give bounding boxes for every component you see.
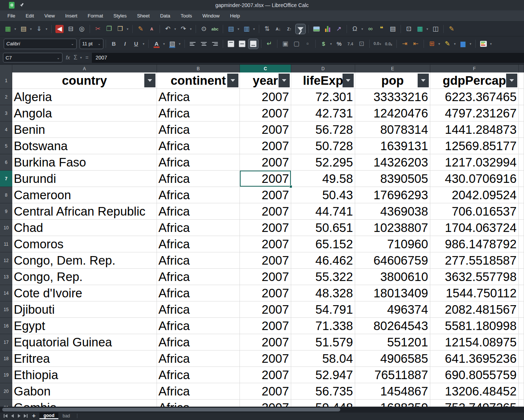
menu-styles[interactable]: Styles — [108, 12, 132, 20]
equals-icon[interactable]: = — [86, 55, 89, 61]
cell-E12[interactable]: 64606759 — [355, 252, 430, 269]
underline-dropdown[interactable]: ▾ — [142, 39, 145, 49]
split-window-icon[interactable]: ◫ — [431, 24, 440, 34]
cell-A13[interactable]: Congo, Rep. — [12, 269, 157, 285]
pivot-table-icon[interactable]: ↗ — [334, 24, 344, 34]
redo-icon[interactable]: ↷ — [179, 24, 188, 34]
sort-icon[interactable]: ⇅ — [262, 24, 272, 34]
cell-A11[interactable]: Comoros — [12, 236, 157, 252]
currency-icon[interactable]: $ — [319, 39, 328, 49]
cell-D20[interactable]: 56.735 — [291, 383, 355, 400]
cell-E9[interactable]: 4369038 — [355, 203, 430, 220]
cell-D16[interactable]: 71.338 — [291, 318, 355, 334]
cell-C10[interactable]: 2007 — [240, 220, 291, 236]
special-character-dropdown[interactable]: ▾ — [360, 24, 364, 34]
cell-D4[interactable]: 56.728 — [291, 122, 355, 138]
row-header-9[interactable]: 9 — [0, 203, 12, 220]
cell-F3[interactable]: 4797.231267 — [430, 105, 519, 122]
cell-F6[interactable]: 1217.032994 — [430, 154, 519, 171]
open-icon[interactable]: ▤ — [19, 24, 28, 34]
row-header-14[interactable]: 14 — [0, 285, 12, 301]
border-color-dropdown[interactable]: ▾ — [469, 39, 472, 49]
paste-dropdown[interactable]: ▾ — [126, 24, 129, 34]
add-sheet-button[interactable]: + — [32, 413, 36, 419]
highlight-color-dropdown[interactable]: ▾ — [178, 39, 181, 49]
cell-E11[interactable]: 710960 — [355, 236, 430, 252]
merge-cells-icon[interactable]: ▢ — [292, 39, 301, 49]
cell-C9[interactable]: 2007 — [240, 203, 291, 220]
cell-D10[interactable]: 50.651 — [291, 220, 355, 236]
cell-A2[interactable]: Algeria — [12, 89, 157, 105]
align-right-icon[interactable] — [210, 39, 220, 49]
merge-and-center-icon[interactable]: ▣ — [280, 39, 290, 49]
freeze-rows-columns-dropdown[interactable]: ▾ — [425, 24, 429, 34]
headers-footers-icon[interactable]: ▤ — [388, 24, 398, 34]
paste-icon[interactable]: ❒ — [115, 24, 125, 34]
undo-dropdown[interactable]: ▾ — [173, 24, 177, 34]
clone-formatting-icon[interactable]: ✎ — [136, 24, 145, 34]
row-header-21[interactable]: 21 — [0, 400, 12, 407]
cell-B2[interactable]: Africa — [157, 89, 240, 105]
cell-F10[interactable]: 1704.063724 — [430, 220, 519, 236]
currency-dropdown[interactable]: ▾ — [329, 39, 333, 49]
border-style-icon[interactable]: ✎ — [443, 39, 452, 49]
borders-icon[interactable]: ⊞ — [427, 39, 437, 49]
cell-E21[interactable]: 1688359 — [355, 400, 430, 407]
menu-edit[interactable]: Edit — [20, 12, 39, 20]
cell-C17[interactable]: 2007 — [240, 334, 291, 350]
decrease-indent-icon[interactable]: ⇤ — [411, 39, 421, 49]
center-vertically-icon[interactable] — [237, 39, 247, 49]
menu-file[interactable]: File — [2, 12, 20, 20]
cell-B18[interactable]: Africa — [157, 350, 240, 367]
cell-B9[interactable]: Africa — [157, 203, 240, 220]
sort-descending-icon[interactable]: Z↑ — [284, 24, 294, 34]
cell-B6[interactable]: Africa — [157, 154, 240, 171]
cell-A20[interactable]: Gabon — [12, 383, 157, 400]
italic-icon[interactable]: I — [120, 39, 130, 49]
cell-B10[interactable]: Africa — [157, 220, 240, 236]
cell-A14[interactable]: Cote d'Ivoire — [12, 285, 157, 301]
cell-B3[interactable]: Africa — [157, 105, 240, 122]
row-header-11[interactable]: 11 — [0, 236, 12, 252]
row-header-17[interactable]: 17 — [0, 334, 12, 350]
cell-D6[interactable]: 52.295 — [291, 154, 355, 171]
horizontal-scrollbar[interactable] — [0, 407, 524, 413]
cell-F12[interactable]: 277.5518587 — [430, 252, 519, 269]
column-dropdown[interactable]: ▾ — [252, 24, 256, 34]
redo-dropdown[interactable]: ▾ — [189, 24, 193, 34]
first-sheet-button[interactable] — [3, 413, 8, 419]
col-header-F[interactable]: F — [430, 65, 519, 72]
conditional-formatting-dropdown[interactable]: ▾ — [489, 39, 493, 49]
font-color-icon[interactable]: A — [152, 39, 161, 49]
font-size-select[interactable]: 11 pt ⌄ — [80, 39, 103, 49]
cell-F2[interactable]: 6223.367465 — [430, 89, 519, 105]
cell-D19[interactable]: 52.947 — [291, 367, 355, 383]
row-header-19[interactable]: 19 — [0, 367, 12, 383]
menu-data[interactable]: Data — [155, 12, 175, 20]
cell-D13[interactable]: 55.322 — [291, 269, 355, 285]
borders-dropdown[interactable]: ▾ — [437, 39, 441, 49]
cell-E15[interactable]: 496374 — [355, 301, 430, 318]
cell-C19[interactable]: 2007 — [240, 367, 291, 383]
row-header-7[interactable]: 7 — [0, 171, 12, 187]
cell-E18[interactable]: 4906585 — [355, 350, 430, 367]
cell-D21[interactable]: 59.448 — [291, 400, 355, 407]
insert-image-icon[interactable] — [312, 24, 321, 34]
row-header-6[interactable]: 6 — [0, 154, 12, 171]
clear-formatting-icon[interactable]: A — [147, 24, 157, 34]
sort-ascending-icon[interactable]: A↓ — [273, 24, 283, 34]
cell-C21[interactable]: 2007 — [240, 400, 291, 407]
cell-E17[interactable]: 551201 — [355, 334, 430, 350]
cell-E20[interactable]: 1454867 — [355, 383, 430, 400]
open-dropdown[interactable]: ▾ — [29, 24, 33, 34]
autofilter-button-continent[interactable] — [227, 74, 238, 87]
show-draw-functions-icon[interactable]: ✎ — [447, 24, 456, 34]
cell-D15[interactable]: 54.791 — [291, 301, 355, 318]
wrap-text-icon[interactable]: ↵ — [264, 39, 274, 49]
selection-fill-handle[interactable] — [289, 185, 292, 188]
autofilter-button-year[interactable] — [279, 74, 290, 87]
menu-sheet[interactable]: Sheet — [132, 12, 155, 20]
cell-E6[interactable]: 14326203 — [355, 154, 430, 171]
sum-icon[interactable]: Σ — [74, 54, 77, 61]
select-all-corner[interactable] — [0, 65, 12, 72]
